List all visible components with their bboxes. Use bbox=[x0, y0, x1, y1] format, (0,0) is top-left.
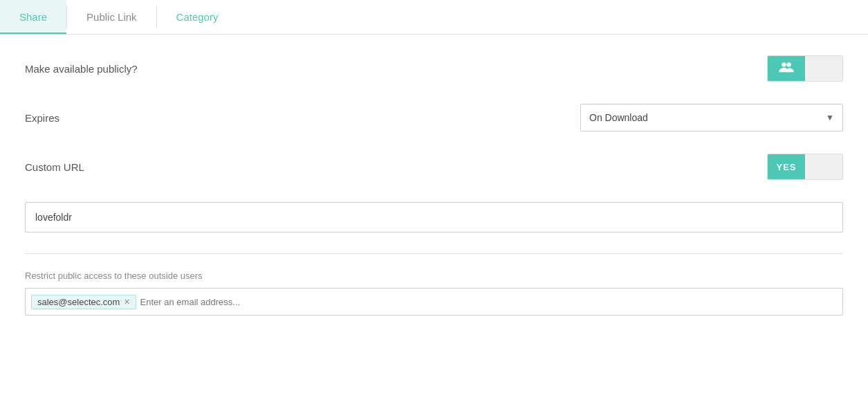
make-public-toggle[interactable] bbox=[767, 55, 843, 82]
page-container: Share Public Link Category Make availabl… bbox=[0, 0, 868, 411]
restrict-label: Restrict public access to these outside … bbox=[25, 271, 843, 281]
expires-row: Expires On Download ▼ bbox=[25, 104, 843, 131]
custom-url-label: Custom URL bbox=[25, 161, 84, 173]
email-tag-text: sales@selectec.com bbox=[37, 297, 120, 307]
chevron-down-icon: ▼ bbox=[826, 113, 834, 122]
url-input[interactable] bbox=[35, 212, 833, 223]
section-divider bbox=[25, 253, 843, 254]
email-input[interactable] bbox=[140, 297, 837, 307]
expires-label: Expires bbox=[25, 112, 59, 124]
svg-point-0 bbox=[782, 62, 786, 66]
svg-point-1 bbox=[786, 62, 791, 66]
no-label[interactable] bbox=[805, 154, 842, 180]
tabs-bar: Share Public Link Category bbox=[0, 0, 868, 35]
expires-dropdown[interactable]: On Download ▼ bbox=[580, 104, 843, 131]
expires-selected-value: On Download bbox=[589, 112, 648, 123]
toggle-on-side[interactable] bbox=[768, 55, 805, 82]
email-tag: sales@selectec.com × bbox=[31, 295, 136, 309]
custom-url-toggle[interactable]: YES bbox=[767, 154, 843, 180]
main-content: Make available publicly? bbox=[0, 35, 868, 336]
tab-share[interactable]: Share bbox=[0, 0, 66, 34]
people-icon bbox=[779, 61, 794, 77]
remove-email-button[interactable]: × bbox=[124, 297, 129, 307]
custom-url-row: Custom URL YES bbox=[25, 154, 843, 180]
tab-public-link[interactable]: Public Link bbox=[67, 0, 156, 34]
url-input-wrapper[interactable] bbox=[25, 202, 843, 232]
make-public-row: Make available publicly? bbox=[25, 55, 843, 82]
tab-category[interactable]: Category bbox=[157, 0, 238, 34]
make-public-label: Make available publicly? bbox=[25, 63, 138, 75]
toggle-off-side[interactable] bbox=[805, 55, 842, 82]
yes-label[interactable]: YES bbox=[768, 154, 805, 180]
email-input-container[interactable]: sales@selectec.com × bbox=[25, 288, 843, 316]
